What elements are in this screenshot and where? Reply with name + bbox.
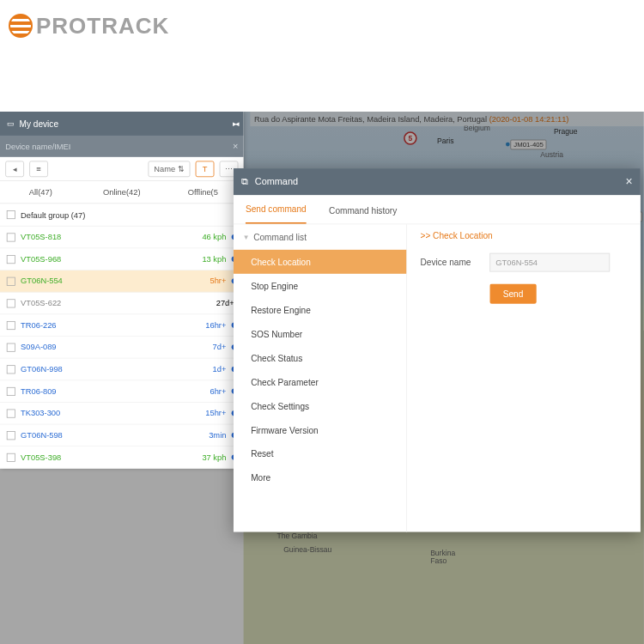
group-checkbox[interactable] (7, 210, 15, 219)
device-status: 5hr+ (210, 276, 226, 286)
device-status: 13 kph (202, 254, 226, 264)
command-item[interactable]: Firmware Version (234, 418, 406, 442)
command-item[interactable]: SOS Number (234, 322, 406, 346)
device-name: GT06N-554 (21, 276, 210, 286)
tab-online[interactable]: Online(42) (82, 181, 163, 204)
view-tree-button[interactable]: ◂ (5, 161, 24, 177)
row-checkbox[interactable] (7, 299, 15, 307)
row-checkbox[interactable] (7, 276, 15, 285)
view-list-button[interactable]: ≡ (29, 161, 48, 177)
device-name: VT05S-622 (21, 299, 216, 308)
device-row[interactable]: GT06N-9981d+ (0, 358, 244, 380)
tab-offline[interactable]: Offline(5 (162, 181, 244, 204)
device-status: 37 kph (202, 453, 226, 462)
device-status: 15hr+ (205, 409, 226, 418)
command-item[interactable]: Stop Engine (234, 274, 406, 298)
device-name-field (489, 253, 610, 272)
brand-logo: PROTRACK (0, 0, 644, 43)
modal-header: ⧉ Command × (234, 168, 641, 195)
command-modal: ⧉ Command × Send command Command history… (234, 168, 641, 532)
device-row[interactable]: S09A-0897d+ (0, 337, 244, 359)
device-status: 16hr+ (205, 320, 226, 330)
device-name: S09A-089 (21, 343, 212, 352)
device-name: TK303-300 (21, 409, 205, 418)
command-item[interactable]: Reset (234, 442, 406, 466)
device-name: VT05S-398 (21, 453, 202, 462)
group-label: Default group (47) (21, 210, 85, 220)
group-row[interactable]: Default group (47) (0, 204, 244, 226)
tab-command-history[interactable]: Command history (329, 206, 397, 224)
command-breadcrumb: >> Check Location (421, 231, 628, 241)
device-status: 7d+ (213, 343, 227, 352)
tab-all[interactable]: All(47) (0, 181, 82, 204)
device-sidebar: ▭ My device ▸◂ × ◂ ≡ Name ⇅ T ⋯ All(47) … (0, 112, 244, 469)
command-list-title: Command list (253, 232, 307, 242)
command-list: ▼ Command list Check LocationStop Engine… (234, 224, 407, 532)
device-name: TR06-226 (21, 320, 205, 330)
brand-name: PROTRACK (36, 13, 169, 39)
device-name: TR06-809 (21, 386, 210, 396)
sidebar-title: My device (20, 118, 58, 129)
sort-name-button[interactable]: Name ⇅ (148, 161, 190, 177)
device-status: 3min (209, 430, 226, 440)
row-checkbox[interactable] (7, 321, 15, 330)
command-item[interactable]: Check Location (234, 250, 406, 274)
send-button[interactable]: Send (489, 283, 536, 303)
row-checkbox[interactable] (7, 453, 15, 461)
sidebar-header: ▭ My device ▸◂ (0, 112, 244, 136)
close-icon[interactable]: × (625, 174, 632, 188)
modal-title: Command (255, 176, 298, 186)
command-item[interactable]: More (234, 466, 406, 490)
row-checkbox[interactable] (7, 431, 15, 440)
device-row[interactable]: TR06-8096hr+ (0, 380, 244, 403)
device-name: VT05S-818 (21, 233, 202, 242)
laptop-icon: ▭ (7, 119, 15, 129)
row-checkbox[interactable] (7, 255, 15, 264)
tab-send-command[interactable]: Send command (246, 204, 307, 224)
device-row[interactable]: VT05S-81846 kph (0, 227, 244, 249)
chevron-down-icon: ▼ (243, 234, 250, 241)
device-row[interactable]: GT06N-5545hr+ (0, 270, 244, 293)
search-input[interactable] (5, 138, 233, 155)
device-name: VT05S-968 (21, 254, 202, 264)
command-icon: ⧉ (241, 176, 248, 187)
command-item[interactable]: Check Parameter (234, 370, 406, 394)
device-search: × (0, 136, 244, 157)
device-row[interactable]: VT05S-96813 kph (0, 248, 244, 270)
row-checkbox[interactable] (7, 409, 15, 417)
collapse-icon[interactable]: ▸◂ (233, 119, 237, 129)
device-row[interactable]: TK303-30015hr+ (0, 403, 244, 425)
device-row[interactable]: VT05S-39837 kph (0, 447, 244, 469)
device-name: GT06N-998 (21, 364, 212, 374)
command-item[interactable]: Restore Engine (234, 298, 406, 322)
status-tabs: All(47) Online(42) Offline(5 (0, 181, 244, 204)
clear-search-icon[interactable]: × (233, 141, 238, 151)
device-status: 6hr+ (210, 386, 226, 396)
modal-tabs: Send command Command history (234, 195, 641, 224)
device-row[interactable]: TR06-22616hr+ (0, 314, 244, 337)
command-item[interactable]: Check Settings (234, 394, 406, 418)
row-checkbox[interactable] (7, 365, 15, 374)
command-list-header[interactable]: ▼ Command list (234, 224, 406, 250)
row-checkbox[interactable] (7, 387, 15, 396)
row-checkbox[interactable] (7, 233, 15, 241)
device-row[interactable]: GT06N-5983min (0, 424, 244, 447)
device-status: 27d+ (216, 299, 234, 308)
t-filter-button[interactable]: T (196, 161, 215, 177)
command-form: >> Check Location Device name Send (407, 224, 641, 532)
device-status: 1d+ (213, 364, 227, 374)
device-name-label: Device name (421, 258, 481, 268)
device-status: 46 kph (202, 233, 226, 242)
device-row[interactable]: VT05S-62227d+ (0, 293, 244, 315)
sidebar-toolbar: ◂ ≡ Name ⇅ T ⋯ (0, 157, 244, 181)
row-checkbox[interactable] (7, 343, 15, 351)
device-name: GT06N-598 (21, 430, 209, 440)
brand-icon (9, 14, 33, 38)
command-item[interactable]: Check Status (234, 346, 406, 370)
